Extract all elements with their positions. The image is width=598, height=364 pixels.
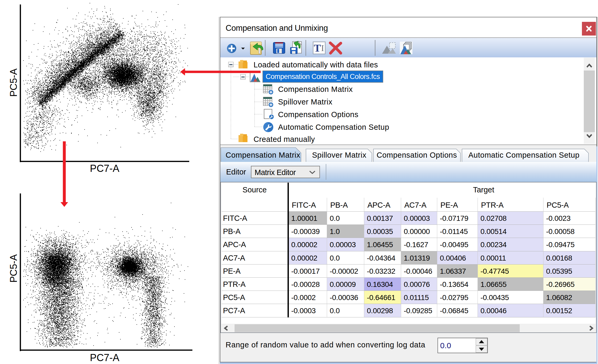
svg-text:T: T	[314, 42, 321, 54]
svg-text:PC7-A: PC7-A	[90, 352, 120, 363]
svg-text:I: I	[321, 43, 324, 53]
svg-text:PC5-A: PC5-A	[8, 254, 19, 283]
